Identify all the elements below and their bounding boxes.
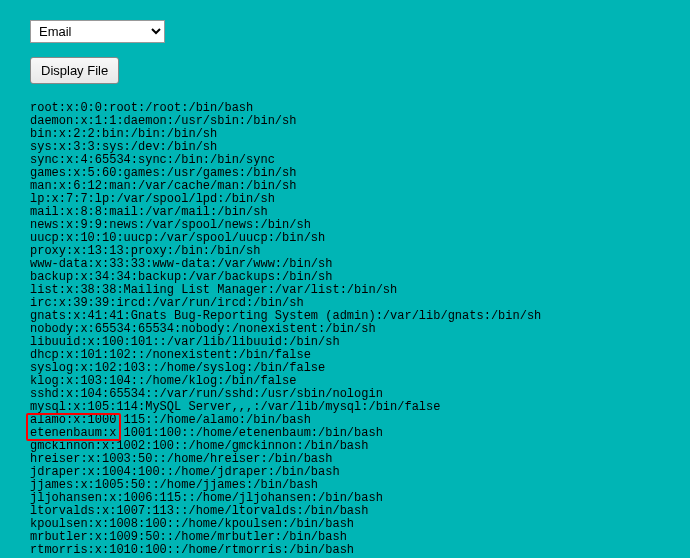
- controls-area: Email Display File: [30, 20, 660, 102]
- page-container: Email Display File root:x:0:0:root:/root…: [30, 20, 660, 557]
- file-select-dropdown[interactable]: Email: [30, 20, 165, 43]
- display-file-button[interactable]: Display File: [30, 57, 119, 84]
- file-line: rtmorris:x:1010:100::/home/rtmorris:/bin…: [30, 544, 660, 557]
- file-contents-output: root:x:0:0:root:/root:/bin/bashdaemon:x:…: [30, 102, 660, 557]
